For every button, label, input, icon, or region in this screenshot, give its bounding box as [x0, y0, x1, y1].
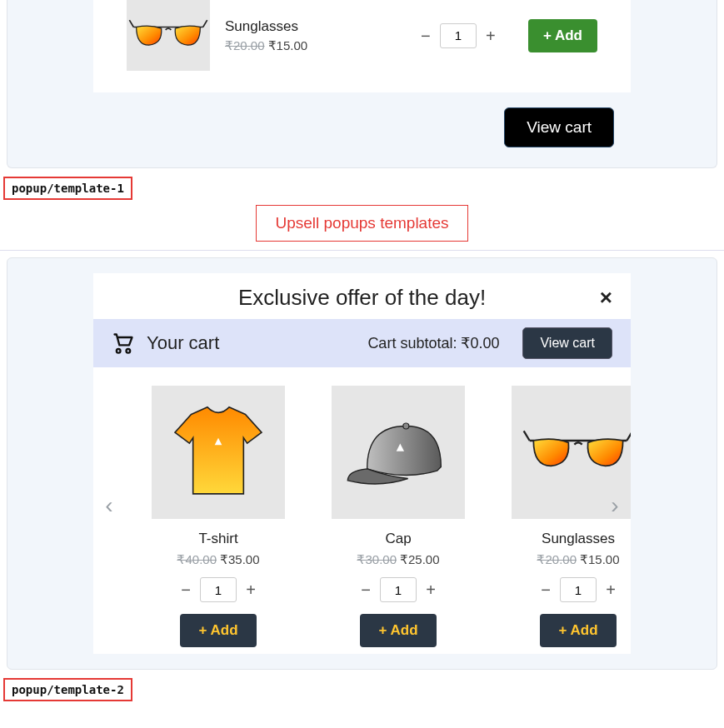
product-card: T-shirt ₹40.00₹35.00 − + + Add: [152, 386, 285, 647]
subtotal-value: ₹0.00: [461, 335, 499, 352]
product-name: Sunglasses: [225, 18, 403, 35]
price-old: ₹20.00: [225, 38, 265, 52]
add-button[interactable]: + Add: [180, 614, 256, 647]
carousel-scroller[interactable]: T-shirt ₹40.00₹35.00 − + + Add Cap ₹30.0…: [93, 382, 631, 654]
price-new: ₹15.00: [268, 38, 308, 52]
qty-input[interactable]: [440, 23, 477, 48]
product-carousel: ‹ › T-shirt ₹40.00₹35.00 − + + Add Cap ₹…: [93, 367, 631, 654]
template-1-caption: popup/template-1: [3, 177, 132, 200]
qty-input[interactable]: [380, 577, 417, 602]
product-thumb-sunglasses: [127, 0, 210, 71]
qty-stepper: − +: [538, 577, 618, 602]
qty-stepper: − +: [358, 577, 438, 602]
qty-stepper: − +: [418, 23, 498, 48]
subtotal-label: Cart subtotal:: [367, 335, 461, 352]
template-1-popup: Sunglasses ₹20.00₹15.00 − + + Add: [93, 0, 631, 92]
view-cart-button[interactable]: View cart: [504, 107, 614, 147]
qty-increment[interactable]: +: [603, 581, 618, 598]
product-name: T-shirt: [198, 531, 237, 547]
carousel-prev-icon[interactable]: ‹: [97, 492, 122, 519]
product-thumb: [152, 386, 285, 519]
upsell-row: Sunglasses ₹20.00₹15.00 − + + Add: [93, 0, 631, 84]
your-cart-label: Your cart: [147, 332, 219, 354]
qty-increment[interactable]: +: [243, 581, 258, 598]
qty-increment[interactable]: +: [483, 27, 498, 44]
price-new: ₹15.00: [580, 552, 620, 566]
qty-decrement[interactable]: −: [538, 581, 553, 598]
product-name: Cap: [385, 531, 411, 547]
product-prices: ₹30.00₹25.00: [357, 552, 439, 567]
price-old: ₹40.00: [177, 552, 217, 566]
qty-decrement[interactable]: −: [358, 581, 373, 598]
add-button[interactable]: + Add: [360, 614, 436, 647]
product-name: Sunglasses: [542, 531, 615, 547]
add-button[interactable]: + Add: [540, 614, 616, 647]
template-2-caption: popup/template-2: [3, 678, 132, 701]
view-cart-button[interactable]: View cart: [522, 327, 612, 359]
add-button[interactable]: + Add: [528, 19, 597, 52]
price-old: ₹20.00: [537, 552, 577, 566]
cart-subtotal: Cart subtotal: ₹0.00: [367, 334, 499, 352]
qty-increment[interactable]: +: [423, 581, 438, 598]
cart-icon: [112, 332, 135, 355]
carousel-next-icon[interactable]: ›: [602, 492, 627, 519]
qty-stepper: − +: [178, 577, 258, 602]
template-1-footer: View cart: [93, 92, 631, 147]
price-new: ₹25.00: [400, 552, 440, 566]
popup-title-row: Exclusive offer of the day! ×: [93, 273, 631, 319]
product-prices: ₹20.00₹15.00: [537, 552, 619, 567]
cart-bar: Your cart Cart subtotal: ₹0.00 View cart: [93, 319, 631, 367]
product-info: Sunglasses ₹20.00₹15.00: [225, 18, 403, 53]
divider: [0, 250, 724, 251]
price-old: ₹30.00: [357, 552, 397, 566]
template-2-panel: Exclusive offer of the day! × Your cart …: [7, 257, 717, 670]
template-1-panel: Sunglasses ₹20.00₹15.00 − + + Add View c…: [7, 0, 717, 168]
close-icon[interactable]: ×: [600, 285, 612, 311]
cap-icon: [340, 398, 457, 506]
product-prices: ₹20.00₹15.00: [225, 38, 403, 53]
price-new: ₹35.00: [220, 552, 260, 566]
qty-decrement[interactable]: −: [418, 27, 433, 44]
product-card: Cap ₹30.00₹25.00 − + + Add: [332, 386, 465, 647]
template-2-popup: Exclusive offer of the day! × Your cart …: [93, 273, 631, 654]
product-thumb: [332, 386, 465, 519]
section-title-text: Upsell popups templates: [256, 205, 467, 242]
tshirt-icon: [160, 398, 277, 506]
qty-input[interactable]: [200, 577, 237, 602]
product-prices: ₹40.00₹35.00: [177, 552, 259, 567]
popup-title: Exclusive offer of the day!: [238, 285, 486, 310]
qty-decrement[interactable]: −: [178, 581, 193, 598]
qty-input[interactable]: [560, 577, 597, 602]
section-title: Upsell popups templates: [0, 205, 724, 242]
sunglasses-icon: [520, 398, 631, 506]
